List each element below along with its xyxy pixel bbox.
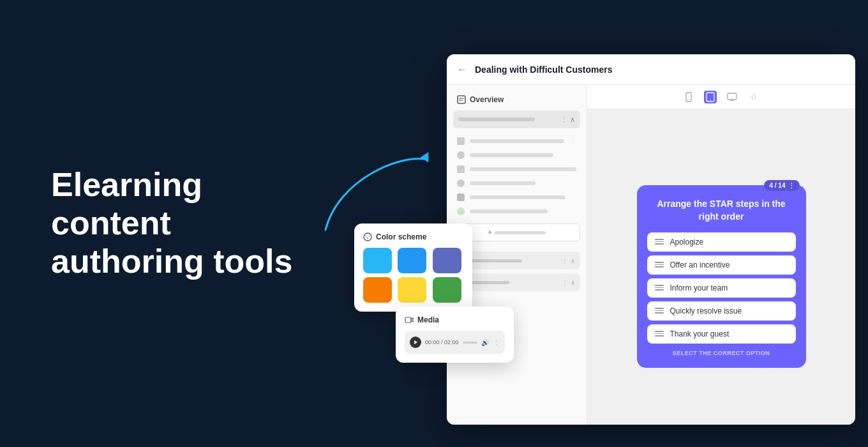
color-scheme-card: Color scheme	[354, 224, 472, 312]
outline-item-6	[447, 204, 587, 218]
monitor-icon[interactable]	[726, 91, 738, 103]
outline-bar-3	[470, 167, 576, 171]
quiz-item-5[interactable]: Thank your guest	[647, 324, 796, 344]
media-icon	[405, 315, 414, 324]
outline-toolbar-bar	[458, 117, 535, 121]
color-swatch[interactable]	[363, 277, 392, 303]
outline-icon-4	[457, 179, 465, 187]
hero-title: Elearning content authoring tools	[51, 166, 319, 280]
quiz-footer: SELECT THE CORRECT OPTION	[647, 350, 796, 356]
back-button[interactable]: ←	[457, 64, 467, 75]
browser-title: Dealing with Difficult Customers	[475, 64, 845, 75]
outline-bar-1	[470, 139, 564, 143]
color-scheme-title: Color scheme	[376, 232, 426, 241]
svg-point-11	[366, 236, 367, 237]
media-progress-bar[interactable]	[463, 342, 477, 344]
quiz-title: Arrange the STAR steps in the right orde…	[647, 198, 796, 223]
browser-window: ← Dealing with Difficult Customers Overv…	[447, 54, 855, 425]
palette-icon	[363, 232, 372, 241]
outline-bottom-icons-2: ⋮ ∧	[562, 279, 575, 286]
quiz-item-label-2: Offer an incentive	[670, 261, 730, 269]
svg-point-6	[710, 99, 711, 100]
outline-icon-3	[457, 165, 465, 173]
color-swatch[interactable]	[398, 248, 426, 273]
color-swatch[interactable]	[398, 277, 426, 303]
chevron-icon-b2[interactable]: ∧	[571, 279, 575, 286]
preview-panel: ☆ 4 / 14 ⋮ Arrange the STAR steps in the…	[587, 85, 855, 425]
outline-bar-2	[470, 153, 553, 157]
quiz-item-label-4: Quickly resolve issue	[670, 307, 742, 315]
svg-point-10	[364, 233, 371, 241]
svg-rect-0	[458, 96, 465, 103]
drag-handle-5	[655, 331, 664, 337]
outline-icon-5	[457, 193, 465, 201]
outline-bar-5	[470, 195, 565, 199]
svg-rect-3	[686, 93, 691, 102]
svg-rect-7	[728, 93, 737, 100]
drag-handle-3	[655, 285, 664, 291]
media-player: 00:00 / 02:00 🔊 ⋮	[405, 331, 505, 354]
hero-section: Elearning content authoring tools	[0, 0, 357, 447]
outline-bar-4	[470, 181, 535, 185]
outline-item-5	[447, 190, 587, 204]
plus-icon: +	[488, 228, 492, 237]
browser-header: ← Dealing with Difficult Customers	[447, 54, 855, 85]
outline-icon-2	[457, 151, 465, 159]
quiz-item-4[interactable]: Quickly resolve issue	[647, 301, 796, 321]
outline-item-2	[447, 148, 587, 162]
quiz-card-wrapper: 4 / 14 ⋮ Arrange the STAR steps in the r…	[637, 166, 806, 367]
color-swatch[interactable]	[363, 248, 392, 273]
outline-icon-6	[457, 208, 465, 215]
drag-handle-2	[655, 262, 664, 268]
quiz-card: 4 / 14 ⋮ Arrange the STAR steps in the r…	[637, 185, 806, 367]
more-icon[interactable]: ⋮	[493, 338, 500, 347]
svg-point-4	[688, 99, 689, 100]
quiz-badge: 4 / 14 ⋮	[764, 180, 799, 191]
dots-icon-b2[interactable]: ⋮	[562, 279, 568, 286]
drag-handle-1	[655, 239, 664, 245]
dots-menu-icon[interactable]: ⋮	[788, 182, 795, 189]
quiz-item-label-3: Inform your team	[670, 284, 728, 292]
media-time: 00:00 / 02:00	[425, 339, 459, 345]
quiz-item-1[interactable]: Apologize	[647, 232, 796, 252]
chevron-icon[interactable]: ∧	[570, 116, 575, 124]
star-icon[interactable]: ☆	[747, 91, 760, 103]
outline-toolbar-icons: ⋮ ∧	[560, 116, 575, 124]
svg-rect-14	[405, 317, 411, 322]
outline-item-4	[447, 176, 587, 190]
volume-icon[interactable]: 🔊	[481, 339, 489, 346]
preview-toolbar: ☆	[587, 85, 855, 109]
dots-icon[interactable]: ⋮	[560, 116, 567, 124]
outline-extra-icon-1: ⋮	[569, 137, 576, 145]
dots-icon-b1[interactable]: ⋮	[562, 257, 568, 264]
color-swatch[interactable]	[433, 277, 461, 303]
color-scheme-header: Color scheme	[363, 232, 463, 241]
color-swatch[interactable]	[433, 248, 461, 273]
outline-bar-6	[470, 209, 548, 213]
quiz-item-label-5: Thank your guest	[670, 330, 730, 338]
outline-icon-1	[457, 137, 465, 145]
media-header: Media	[405, 315, 505, 324]
outline-item-1: ⋮	[447, 133, 587, 148]
quiz-item-2[interactable]: Offer an incentive	[647, 255, 796, 275]
play-button[interactable]	[410, 337, 421, 348]
outline-header: Overview	[447, 93, 587, 110]
color-grid	[363, 248, 463, 303]
chevron-icon-b1[interactable]: ∧	[571, 257, 575, 264]
media-card: Media 00:00 / 02:00 🔊 ⋮	[396, 307, 514, 363]
outline-toolbar: ⋮ ∧	[453, 110, 580, 128]
quiz-item-label-1: Apologize	[670, 238, 704, 246]
add-bar	[495, 231, 546, 234]
tablet-icon[interactable]	[704, 91, 717, 103]
outline-bottom-icons-1: ⋮ ∧	[562, 257, 575, 264]
drag-handle-4	[655, 308, 664, 314]
outline-item-3	[447, 162, 587, 176]
svg-point-13	[367, 238, 368, 239]
quiz-item-3[interactable]: Inform your team	[647, 278, 796, 298]
media-title: Media	[417, 315, 439, 324]
svg-point-12	[369, 236, 370, 237]
mobile-icon[interactable]	[682, 91, 695, 103]
browser-content: Overview ⋮ ∧ ⋮	[447, 85, 855, 425]
